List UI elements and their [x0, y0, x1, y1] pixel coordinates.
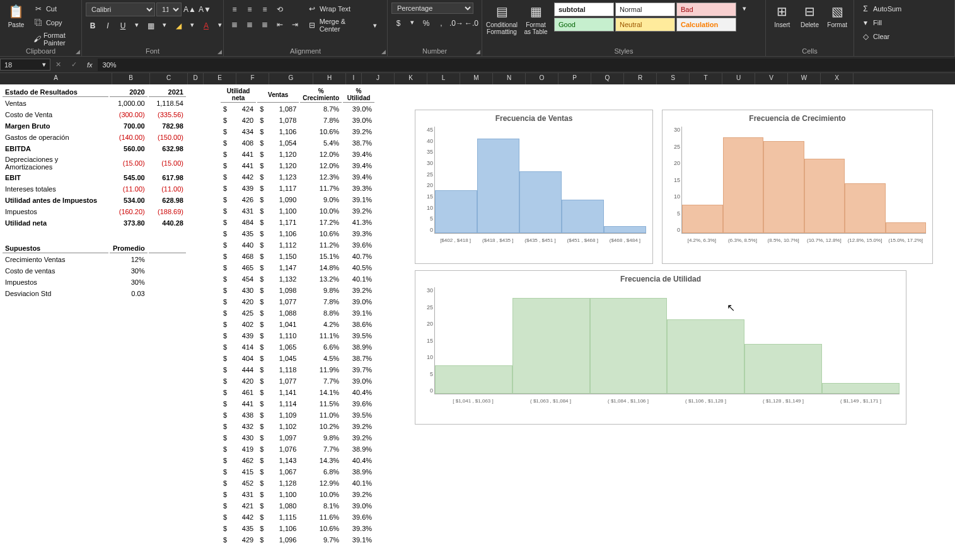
- cell[interactable]: $: [221, 217, 229, 227]
- column-header[interactable]: Q: [591, 73, 624, 84]
- column-header[interactable]: O: [526, 73, 559, 84]
- cell[interactable]: 1,076: [267, 444, 299, 454]
- cell[interactable]: 39.2%: [343, 127, 374, 137]
- cell[interactable]: (335.56): [149, 110, 186, 120]
- cell[interactable]: 782.98: [149, 121, 186, 131]
- name-box[interactable]: 18▾: [0, 59, 50, 71]
- cell[interactable]: 39.4%: [343, 172, 374, 182]
- cell[interactable]: 1,120: [267, 161, 299, 171]
- cell[interactable]: 444: [231, 365, 256, 375]
- cell[interactable]: 14.3%: [300, 455, 342, 466]
- cell[interactable]: $: [257, 138, 266, 148]
- font-size-select[interactable]: 11: [156, 3, 182, 16]
- cell[interactable]: 38.9%: [343, 467, 374, 477]
- cell[interactable]: 12%: [110, 254, 148, 265]
- cell[interactable]: 8.8%: [300, 308, 342, 318]
- cell[interactable]: $: [221, 421, 229, 431]
- cell[interactable]: 435: [231, 229, 256, 239]
- cell[interactable]: 408: [231, 138, 256, 148]
- cell[interactable]: 424: [231, 104, 256, 114]
- cell[interactable]: 5.4%: [300, 138, 342, 148]
- cell[interactable]: $: [257, 263, 266, 273]
- cell[interactable]: 38.7%: [343, 353, 374, 363]
- cell[interactable]: 12.0%: [300, 149, 342, 159]
- cell[interactable]: $: [221, 365, 229, 375]
- cell[interactable]: 414: [231, 342, 256, 352]
- fill-button[interactable]: ▾Fill: [858, 16, 884, 29]
- column-header[interactable]: H: [313, 73, 346, 84]
- cell[interactable]: $: [257, 535, 266, 545]
- cell[interactable]: $: [257, 127, 266, 137]
- underline-button[interactable]: U: [116, 19, 130, 33]
- cell[interactable]: $: [221, 183, 229, 193]
- cell[interactable]: 1,106: [267, 229, 299, 239]
- cell[interactable]: 15.1%: [300, 251, 342, 261]
- cell[interactable]: 1,171: [267, 217, 299, 227]
- cell[interactable]: $: [257, 251, 266, 261]
- cell[interactable]: 1,109: [267, 410, 299, 420]
- cell[interactable]: 39.2%: [343, 285, 374, 295]
- enter-formula-icon[interactable]: ✓: [66, 60, 82, 69]
- cell[interactable]: 425: [231, 308, 256, 318]
- cell[interactable]: $: [221, 172, 229, 182]
- cell[interactable]: 10.2%: [300, 421, 342, 431]
- cell[interactable]: 1,096: [267, 535, 299, 545]
- cell[interactable]: 39.6%: [343, 399, 374, 409]
- cell[interactable]: 430: [231, 433, 256, 443]
- cell[interactable]: 461: [231, 387, 256, 397]
- column-header[interactable]: U: [722, 73, 755, 84]
- cell[interactable]: 8.1%: [300, 501, 342, 511]
- cell[interactable]: $: [257, 206, 266, 216]
- cell[interactable]: 39.2%: [343, 421, 374, 431]
- cell[interactable]: 617.98: [149, 173, 186, 183]
- cell[interactable]: 429: [231, 535, 256, 545]
- cell[interactable]: 39.3%: [343, 229, 374, 239]
- cell[interactable]: 434: [231, 127, 256, 137]
- cell[interactable]: 40.1%: [343, 478, 374, 488]
- cell[interactable]: $: [221, 240, 229, 250]
- cell[interactable]: 39.4%: [343, 149, 374, 159]
- cell[interactable]: 484: [231, 217, 256, 227]
- cell[interactable]: 11.5%: [300, 399, 342, 409]
- cell[interactable]: 40.4%: [343, 387, 374, 397]
- cell[interactable]: Crecimiento Ventas: [3, 254, 108, 265]
- cell[interactable]: 10.6%: [300, 523, 342, 534]
- column-header[interactable]: F: [236, 73, 269, 84]
- cell[interactable]: $: [257, 285, 266, 295]
- cell[interactable]: $: [257, 444, 266, 454]
- cell[interactable]: $: [257, 376, 266, 386]
- align-top-icon[interactable]: ≡: [228, 3, 241, 16]
- column-header[interactable]: W: [788, 73, 821, 84]
- column-header[interactable]: K: [395, 73, 427, 84]
- cell[interactable]: $: [257, 365, 266, 375]
- cell[interactable]: 0.03: [110, 289, 148, 299]
- cell[interactable]: 39.3%: [343, 523, 374, 534]
- cell[interactable]: 38.9%: [343, 444, 374, 454]
- cell[interactable]: 9.8%: [300, 433, 342, 443]
- cell[interactable]: $: [221, 206, 229, 216]
- cell[interactable]: Costo de Venta: [3, 110, 108, 120]
- increase-decimal-icon[interactable]: .0→: [449, 16, 463, 30]
- cell[interactable]: $: [221, 353, 229, 363]
- chart-frecuencia-ventas[interactable]: Frecuencia de Ventas 051015202530354045 …: [415, 110, 653, 264]
- decrease-decimal-icon[interactable]: ←.0: [465, 16, 478, 30]
- cell[interactable]: 39.6%: [343, 512, 374, 522]
- cell[interactable]: $: [221, 319, 229, 329]
- cell[interactable]: $: [221, 523, 229, 534]
- cell[interactable]: 432: [231, 421, 256, 431]
- cell[interactable]: 1,128: [267, 478, 299, 488]
- number-dialog-launcher[interactable]: ◢: [476, 49, 480, 55]
- cell[interactable]: 1,102: [267, 421, 299, 431]
- cell[interactable]: $: [257, 523, 266, 534]
- cell[interactable]: 1,100: [267, 206, 299, 216]
- cell[interactable]: 7.7%: [300, 444, 342, 454]
- cell[interactable]: 39.3%: [343, 183, 374, 193]
- wrap-text-button[interactable]: ↩Wrap Text: [304, 3, 383, 15]
- column-header[interactable]: G: [269, 73, 313, 84]
- align-bottom-icon[interactable]: ≡: [258, 3, 272, 16]
- cell[interactable]: 1,141: [267, 387, 299, 397]
- cell[interactable]: Depreciaciones y Amortizaciones: [3, 155, 108, 171]
- cell[interactable]: 421: [231, 501, 256, 511]
- copy-button[interactable]: ⿻Copy: [31, 16, 78, 29]
- borders-dropdown[interactable]: ▾: [159, 19, 170, 30]
